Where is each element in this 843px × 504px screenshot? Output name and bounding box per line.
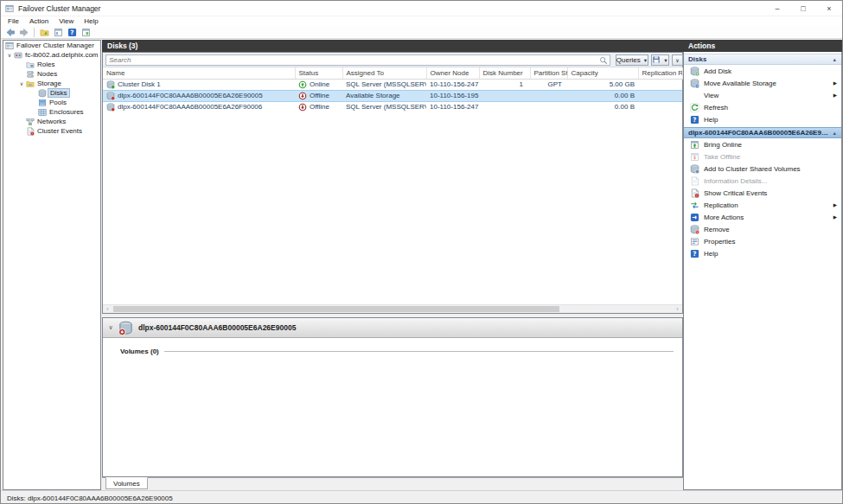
events-icon: ! — [26, 126, 35, 136]
minimize-button[interactable]: – — [764, 1, 790, 16]
disk-row[interactable]: dlpx-600144F0C80AAA6B00005E6A26E90005 Of… — [103, 90, 682, 101]
action-label: Show Critical Events — [704, 189, 767, 197]
tree-item-label: Roles — [35, 61, 56, 68]
menu-help[interactable]: Help — [79, 17, 103, 25]
action-view[interactable]: View▶ — [684, 89, 841, 101]
export-list-button[interactable] — [37, 27, 51, 38]
disk-number: 1 — [520, 80, 523, 88]
column-header-owner-node[interactable]: Owner Node — [426, 67, 479, 79]
queries-button-label: Queries — [616, 56, 641, 64]
action-bring-online[interactable]: Bring Online — [684, 138, 841, 150]
actions-panel-title: Actions — [683, 40, 842, 52]
disk-row[interactable]: Cluster Disk 1 OnlineSQL Server (MSSQLSE… — [103, 79, 682, 90]
actions-section-header-selected-disk[interactable]: dlpx-600144F0C80AAA6B00005E6A26E90005▲ — [684, 127, 841, 138]
tree-item-cluster-events[interactable]: !Cluster Events — [3, 126, 100, 136]
volumes-group-label: Volumes (0) — [120, 348, 159, 355]
tree-item-roles[interactable]: Roles — [3, 60, 100, 69]
action-remove[interactable]: Remove — [684, 223, 841, 235]
show-console-tree-button[interactable] — [51, 27, 65, 38]
detail-collapse-chevron-icon[interactable]: ∨ — [103, 324, 118, 331]
action-label: Replication — [704, 201, 738, 209]
action-show-critical-events[interactable]: !Show Critical Events — [684, 187, 841, 199]
queries-button[interactable]: Queries▼ — [616, 54, 648, 66]
tree-expand-chevron-icon[interactable]: ∨ — [17, 80, 26, 86]
tree-item-disks[interactable]: Disks — [3, 88, 100, 98]
action-replication[interactable]: Replication▶ — [684, 199, 841, 211]
scroll-right-icon[interactable]: › — [673, 305, 682, 313]
detail-disk-icon — [118, 321, 133, 335]
cell: dlpx-600144F0C80AAA6B00005E6A26E90005 — [103, 90, 295, 101]
tree-item-label: fc-ib002.ad.delphix.com — [23, 51, 100, 59]
collapse-caret-icon[interactable]: ▲ — [829, 131, 837, 136]
action-add-disk[interactable]: Add Disk — [684, 65, 841, 77]
tree-item-label: Pools — [48, 99, 68, 106]
menu-action[interactable]: Action — [24, 17, 54, 25]
actions-section-header-disks[interactable]: Disks▲ — [684, 54, 841, 65]
forward-button[interactable] — [17, 27, 31, 38]
column-header-disk-number[interactable]: Disk Number — [479, 67, 530, 79]
column-header-replication-role[interactable]: Replication Role — [638, 67, 682, 79]
column-header-name[interactable]: Name — [103, 67, 295, 79]
search-options-chevron-button[interactable]: ∨ — [672, 54, 683, 66]
tree-item-failover-cluster-manager[interactable]: Failover Cluster Manager — [3, 41, 100, 50]
action-add-to-cluster-shared-volumes[interactable]: Add to Cluster Shared Volumes — [684, 163, 841, 175]
toolbar-help-button[interactable]: ? — [65, 27, 79, 38]
detail-pane-header[interactable]: ∨ dlpx-600144F0C80AAA6B00005E6A26E90005 — [103, 318, 682, 338]
action-label: Move Available Storage — [704, 80, 776, 87]
cell: 10-110-156-195 — [426, 90, 479, 101]
tree-item-label: Storage — [35, 80, 63, 87]
detail-disk-title: dlpx-600144F0C80AAA6B00005E6A26E90005 — [138, 323, 296, 332]
cell: SQL Server (MSSQLSERV.. — [342, 101, 426, 112]
action-properties[interactable]: Properties — [684, 235, 841, 247]
cell: 0.00 B — [567, 90, 638, 101]
scroll-left-icon[interactable]: ‹ — [103, 305, 112, 313]
column-header-status[interactable]: Status — [295, 67, 342, 79]
volumes-group-rule — [164, 351, 674, 352]
column-header-partition-style[interactable]: Partition Style — [530, 67, 567, 79]
save-query-button[interactable]: ▼ — [651, 54, 669, 66]
horizontal-scrollbar[interactable]: ‹ › — [103, 304, 682, 313]
scrollbar-thumb[interactable] — [113, 306, 559, 312]
action-refresh[interactable]: Refresh — [684, 101, 841, 113]
collapse-caret-icon[interactable]: ▲ — [829, 57, 837, 62]
disks-table: NameStatusAssigned ToOwner NodeDisk Numb… — [103, 67, 683, 112]
properties-icon — [689, 236, 699, 246]
take-offline-icon — [689, 151, 699, 162]
action-label: View — [704, 92, 718, 99]
disk-row[interactable]: dlpx-600144F0C80AAA6B00005E6A26F90006 Of… — [103, 101, 682, 112]
svg-text:?: ? — [693, 250, 696, 258]
tree-item-pools[interactable]: Pools — [3, 98, 100, 107]
cell: 5.00 GB — [567, 79, 638, 90]
new-window-button[interactable] — [79, 27, 93, 38]
enclosures-icon — [38, 107, 48, 117]
tree-item-storage[interactable]: ∨ Storage — [3, 79, 100, 88]
cell: 10-110-156-247 — [426, 79, 479, 90]
action-label: Remove — [704, 226, 730, 233]
column-header-assigned-to[interactable]: Assigned To — [342, 67, 426, 79]
tree-item-nodes[interactable]: Nodes — [3, 69, 100, 79]
tree-expand-chevron-icon[interactable]: ∨ — [5, 52, 14, 58]
menu-file[interactable]: File — [3, 17, 24, 25]
back-button[interactable] — [3, 27, 17, 38]
search-input[interactable] — [105, 54, 610, 66]
svg-text:!: ! — [32, 131, 34, 135]
tree-item-enclosures[interactable]: Enclosures — [3, 107, 100, 117]
restore-button[interactable]: □ — [790, 1, 816, 16]
action-help[interactable]: ?Help — [684, 247, 841, 259]
action-help[interactable]: ?Help — [684, 113, 841, 125]
action-label: Take Offline — [704, 153, 740, 161]
status-text: Offline — [310, 103, 329, 111]
close-button[interactable]: × — [816, 1, 842, 16]
networks-icon — [26, 117, 35, 126]
action-move-available-storage[interactable]: Move Available Storage▶ — [684, 77, 841, 89]
tree-item-fc-ib002-ad-delphix-com[interactable]: ∨ fc-ib002.ad.delphix.com — [3, 50, 100, 60]
tree-item-networks[interactable]: Networks — [3, 117, 100, 126]
column-header-capacity[interactable]: Capacity — [567, 67, 638, 79]
cell: Available Storage — [342, 90, 426, 101]
tab-volumes[interactable]: Volumes — [105, 477, 148, 489]
action-more-actions[interactable]: More Actions▶ — [684, 211, 841, 223]
menu-view[interactable]: View — [54, 17, 79, 25]
cell: Online — [295, 79, 342, 90]
search-row: Queries▼ ▼ ∨ — [103, 53, 682, 67]
cell: Offline — [295, 101, 342, 112]
